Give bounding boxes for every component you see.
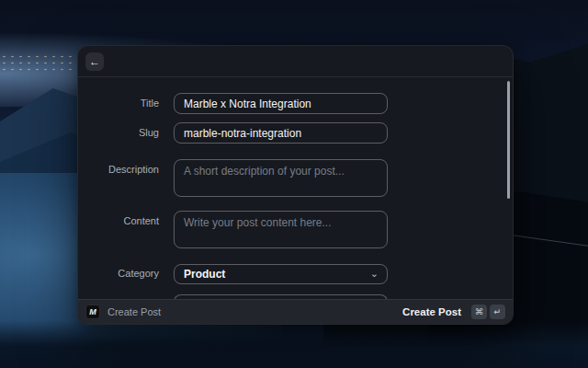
scrollbar[interactable] bbox=[507, 81, 510, 199]
slug-label: Slug bbox=[78, 122, 174, 144]
command-key-icon[interactable]: ⌘ bbox=[471, 305, 487, 319]
wallpaper-shore bbox=[0, 320, 588, 368]
create-post-action-button[interactable]: Create Post bbox=[402, 306, 461, 317]
chevron-down-icon: ⌄ bbox=[370, 268, 379, 278]
form-row-content: Content bbox=[78, 211, 513, 248]
category-selected-value: Product bbox=[184, 268, 225, 281]
return-key-icon[interactable]: ↵ bbox=[490, 305, 505, 319]
title-input[interactable] bbox=[174, 93, 388, 114]
content-textarea[interactable] bbox=[174, 211, 388, 248]
form-row-description: Description bbox=[78, 159, 513, 197]
window-footer: M Create Post Create Post ⌘ ↵ bbox=[78, 299, 513, 324]
category-label: Category bbox=[78, 263, 174, 284]
form-row-slug: Slug bbox=[78, 122, 513, 144]
description-textarea[interactable] bbox=[174, 159, 388, 197]
command-name: Create Post bbox=[107, 306, 161, 317]
form-row-title: Title bbox=[78, 93, 513, 114]
content-label: Content bbox=[78, 211, 174, 248]
back-button[interactable]: ← bbox=[85, 52, 104, 71]
form-area: Title Slug Description Content Category … bbox=[78, 78, 513, 299]
form-row-category: Category Product ⌄ bbox=[78, 263, 513, 284]
description-label: Description bbox=[78, 159, 174, 197]
title-label: Title bbox=[78, 93, 174, 114]
category-select[interactable]: Product ⌄ bbox=[174, 264, 388, 284]
marble-logo-icon: M bbox=[85, 305, 100, 319]
create-post-window: ← Title Slug Description Content Categor… bbox=[77, 45, 514, 325]
slug-input[interactable] bbox=[174, 122, 388, 144]
window-header: ← bbox=[78, 46, 513, 77]
